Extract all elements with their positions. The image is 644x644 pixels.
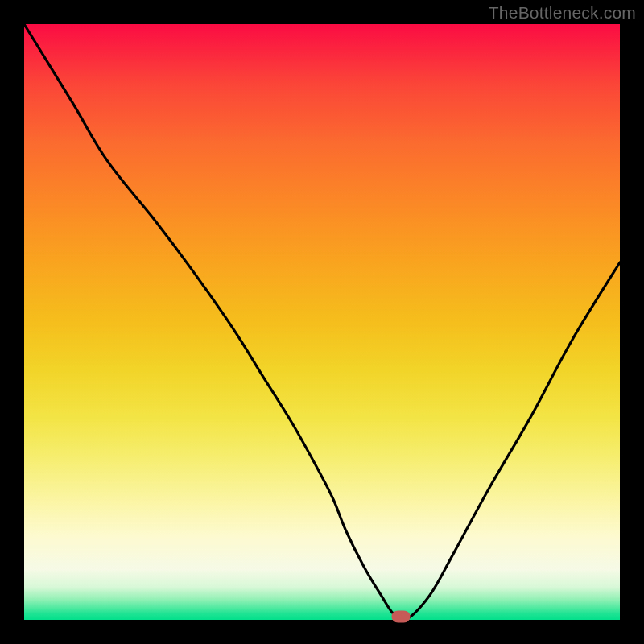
bottleneck-curve bbox=[24, 24, 620, 620]
chart-frame: TheBottleneck.com bbox=[0, 0, 644, 644]
optimal-point-marker bbox=[392, 611, 411, 623]
curve-path bbox=[24, 24, 620, 621]
gradient-plot-area bbox=[24, 24, 620, 620]
watermark-text: TheBottleneck.com bbox=[489, 3, 636, 23]
